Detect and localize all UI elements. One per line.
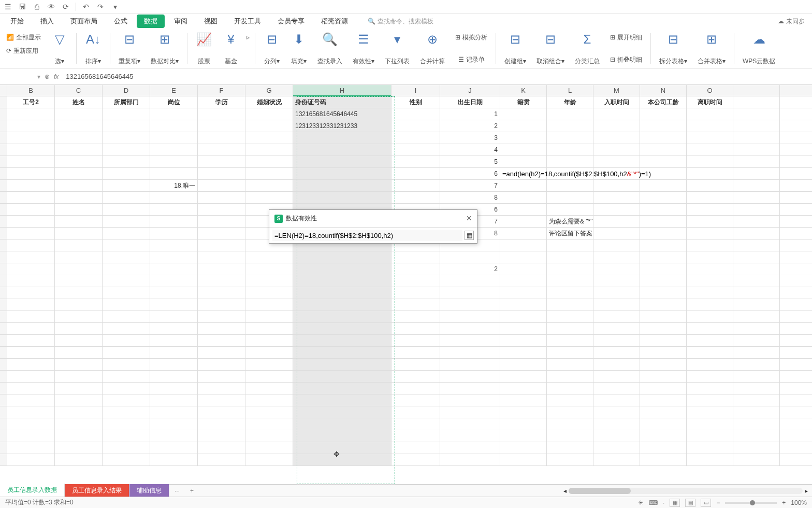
menu-review[interactable]: 审阅 [167, 15, 195, 28]
cell-L23[interactable] [547, 359, 593, 371]
cell-L13[interactable] [547, 239, 593, 251]
cell-E30[interactable] [150, 442, 198, 454]
cell-N11[interactable] [640, 216, 687, 228]
cell-J23[interactable] [440, 359, 500, 371]
cell-G14[interactable] [245, 251, 293, 263]
cell-L6[interactable] [547, 156, 593, 168]
cell-C9[interactable] [55, 192, 103, 204]
cell-F7[interactable] [198, 168, 245, 180]
cell-D29[interactable] [103, 430, 150, 442]
cell-K26[interactable] [500, 394, 547, 406]
cell-Q2[interactable] [780, 108, 812, 120]
cell-E15[interactable] [150, 263, 198, 275]
cell-K12[interactable] [500, 228, 547, 239]
cell-O14[interactable] [687, 251, 733, 263]
cell-Q23[interactable] [780, 359, 812, 371]
cell-K19[interactable] [500, 311, 547, 323]
cell-O13[interactable] [687, 239, 733, 251]
cell-D10[interactable] [103, 204, 150, 216]
cell-F5[interactable] [198, 144, 245, 156]
cell-G31[interactable] [245, 454, 293, 466]
header-B[interactable]: 工号2 [7, 96, 55, 108]
cell-B14[interactable] [7, 251, 55, 263]
row-head-14[interactable] [0, 251, 7, 263]
cell-P5[interactable] [733, 144, 780, 156]
cell-J3[interactable]: 2 [440, 120, 500, 132]
cell-O8[interactable] [687, 180, 733, 192]
cell-D2[interactable] [103, 108, 150, 120]
cell-B4[interactable] [7, 132, 55, 144]
cell-E25[interactable] [150, 383, 198, 394]
cell-J16[interactable] [440, 275, 500, 287]
cell-Q9[interactable] [780, 192, 812, 204]
cell-P13[interactable] [733, 239, 780, 251]
cell-K2[interactable] [500, 108, 547, 120]
cell-G2[interactable] [245, 108, 293, 120]
cell-I17[interactable] [392, 287, 440, 299]
row-head-6[interactable] [0, 156, 7, 168]
cell-C20[interactable] [55, 323, 103, 335]
consolidate-button[interactable]: ⊕合并计算 [417, 31, 448, 66]
cell-F26[interactable] [198, 394, 245, 406]
cell-L17[interactable] [547, 287, 593, 299]
cell-I14[interactable] [392, 251, 440, 263]
cell-I19[interactable] [392, 311, 440, 323]
cell-J18[interactable] [440, 299, 500, 311]
cell-I15[interactable] [392, 263, 440, 275]
cell-N14[interactable] [640, 251, 687, 263]
cell-H26[interactable] [293, 394, 392, 406]
cell-C23[interactable] [55, 359, 103, 371]
cell-I24[interactable] [392, 371, 440, 383]
cell-Q7[interactable] [780, 168, 812, 180]
cell-B9[interactable] [7, 192, 55, 204]
cell-I3[interactable] [392, 120, 440, 132]
header-G[interactable]: 婚姻状况 [245, 96, 293, 108]
cell-O18[interactable] [687, 299, 733, 311]
cell-I20[interactable] [392, 323, 440, 335]
cell-L20[interactable] [547, 323, 593, 335]
cell-E5[interactable] [150, 144, 198, 156]
cell-I30[interactable] [392, 442, 440, 454]
cell-I29[interactable] [392, 430, 440, 442]
cell-B2[interactable] [7, 108, 55, 120]
cell-M3[interactable] [593, 120, 640, 132]
cell-M25[interactable] [593, 383, 640, 394]
cell-K30[interactable] [500, 442, 547, 454]
cell-I16[interactable] [392, 275, 440, 287]
cell-Q16[interactable] [780, 275, 812, 287]
cell-O15[interactable] [687, 263, 733, 275]
cell-D19[interactable] [103, 311, 150, 323]
cell-L22[interactable] [547, 347, 593, 359]
cell-F2[interactable] [198, 108, 245, 120]
cell-Q8[interactable] [780, 180, 812, 192]
cell-J21[interactable] [440, 335, 500, 347]
cell-K27[interactable] [500, 406, 547, 418]
col-head-M[interactable]: M [593, 85, 640, 96]
cell-E3[interactable] [150, 120, 198, 132]
cell-D30[interactable] [103, 442, 150, 454]
cell-J15[interactable]: 2 [440, 263, 500, 275]
cell-J31[interactable] [440, 454, 500, 466]
cell-M26[interactable] [593, 394, 640, 406]
header-K[interactable]: 籍贯 [500, 96, 547, 108]
cell-Q12[interactable] [780, 228, 812, 239]
cell-K5[interactable] [500, 144, 547, 156]
cell-B29[interactable] [7, 430, 55, 442]
cell-L30[interactable] [547, 442, 593, 454]
cell-B12[interactable] [7, 228, 55, 239]
cell-B21[interactable] [7, 335, 55, 347]
cell-H2[interactable]: 132165681645646445 [293, 108, 392, 120]
cell-C11[interactable] [55, 216, 103, 228]
cell-F29[interactable] [198, 430, 245, 442]
cell-O3[interactable] [687, 120, 733, 132]
row-head-25[interactable] [0, 383, 7, 394]
cell-G15[interactable] [245, 263, 293, 275]
cell-L11[interactable]: 为森么需要& "*" [547, 216, 593, 228]
menu-data[interactable]: 数据 [137, 15, 165, 28]
cell-J22[interactable] [440, 347, 500, 359]
cell-G21[interactable] [245, 335, 293, 347]
cell-K11[interactable] [500, 216, 547, 228]
cell-B20[interactable] [7, 323, 55, 335]
row-head-20[interactable] [0, 323, 7, 335]
cell-F25[interactable] [198, 383, 245, 394]
